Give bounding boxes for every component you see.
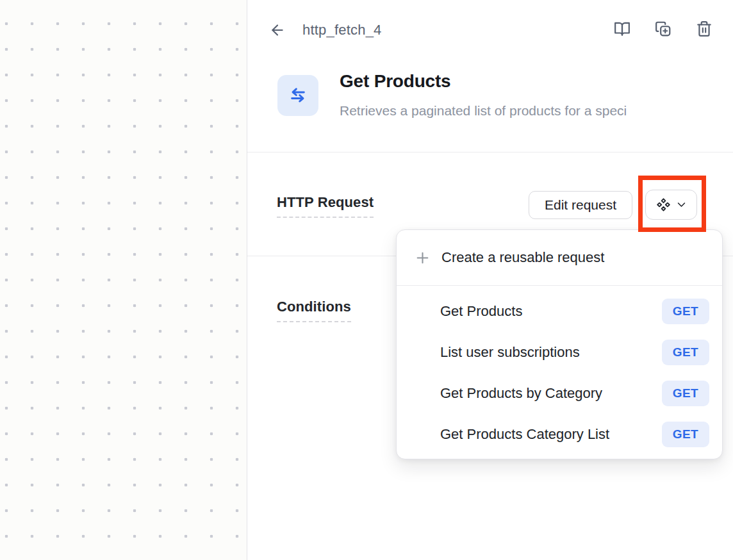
chevron-down-icon: [676, 199, 687, 210]
duplicate-button[interactable]: [655, 21, 671, 37]
open-book-icon: [614, 21, 630, 37]
method-badge: GET: [662, 340, 709, 365]
menu-item-list: Get Products GET List user subscriptions…: [397, 286, 722, 459]
app-window: http_fetch_4: [0, 0, 733, 560]
menu-item-label: List user subscriptions: [440, 344, 580, 361]
node-description: Retrieves a paginated list of products f…: [340, 103, 733, 119]
reusable-request-dropdown-button[interactable]: [645, 190, 697, 220]
node-title: Get Products: [340, 71, 450, 92]
menu-item-label: Get Products: [440, 303, 522, 320]
node-id-label: http_fetch_4: [302, 22, 382, 38]
method-badge: GET: [662, 299, 709, 324]
reusable-request-menu: Create a reusable request Get Products G…: [396, 229, 723, 459]
menu-item-get-products[interactable]: Get Products GET: [397, 291, 722, 332]
menu-item-list-user-subscriptions[interactable]: List user subscriptions GET: [397, 332, 722, 373]
menu-item-get-products-category-list[interactable]: Get Products Category List GET: [397, 414, 722, 455]
edit-request-button[interactable]: Edit request: [529, 191, 632, 219]
arrow-left-icon: [269, 22, 286, 38]
workflow-canvas[interactable]: [0, 0, 247, 560]
docs-button[interactable]: [614, 21, 630, 37]
plus-icon: [415, 250, 431, 266]
back-button[interactable]: [268, 21, 286, 39]
copy-plus-icon: [655, 21, 671, 37]
section-divider: [247, 152, 733, 152]
panel-header: http_fetch_4: [247, 15, 733, 44]
delete-button[interactable]: [696, 21, 712, 37]
node-detail-panel: http_fetch_4: [247, 0, 733, 560]
node-summary: Get Products Retrieves a paginated list …: [247, 75, 733, 117]
method-badge: GET: [662, 422, 709, 447]
menu-item-label: Get Products by Category: [440, 385, 602, 402]
header-actions: [614, 21, 712, 37]
menu-item-label: Create a reusable request: [441, 249, 604, 266]
swap-arrows-icon: [288, 85, 308, 106]
menu-item-label: Get Products Category List: [440, 426, 609, 443]
diamonds-icon: [656, 197, 671, 212]
conditions-label[interactable]: Conditions: [277, 299, 351, 322]
trash-icon: [696, 21, 712, 37]
node-type-tile: [277, 75, 318, 116]
menu-item-get-products-by-category[interactable]: Get Products by Category GET: [397, 373, 722, 414]
method-badge: GET: [662, 381, 709, 406]
http-request-label[interactable]: HTTP Request: [277, 194, 374, 218]
menu-item-create-reusable-request[interactable]: Create a reusable request: [397, 230, 722, 286]
